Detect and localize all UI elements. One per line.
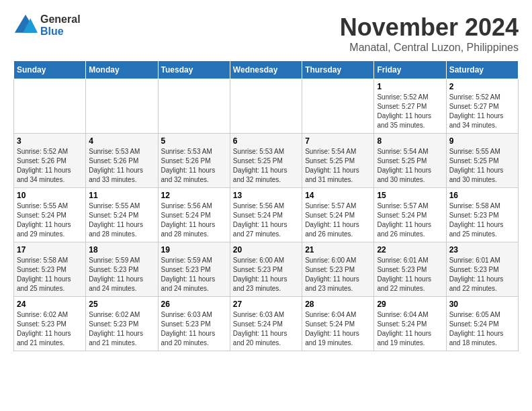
day-info: Sunrise: 5:55 AM Sunset: 5:24 PM Dayligh… [17,201,83,239]
calendar-cell: 11Sunrise: 5:55 AM Sunset: 5:24 PM Dayli… [86,188,158,242]
calendar-table: SundayMondayTuesdayWednesdayThursdayFrid… [13,60,519,351]
day-info: Sunrise: 5:57 AM Sunset: 5:24 PM Dayligh… [305,201,371,239]
day-number: 21 [305,245,371,255]
day-number: 30 [449,300,515,309]
day-number: 13 [233,191,299,200]
calendar-cell: 28Sunrise: 6:04 AM Sunset: 5:24 PM Dayli… [302,297,374,351]
logo-icon [13,13,38,38]
day-info: Sunrise: 5:54 AM Sunset: 5:25 PM Dayligh… [377,147,443,185]
location-title: Manatal, Central Luzon, Philippines [340,42,519,54]
calendar-cell: 13Sunrise: 5:56 AM Sunset: 5:24 PM Dayli… [230,188,302,242]
day-number: 5 [161,136,227,146]
calendar-week-row: 3Sunrise: 5:52 AM Sunset: 5:26 PM Daylig… [14,134,519,188]
day-number: 27 [233,300,299,309]
calendar-cell: 10Sunrise: 5:55 AM Sunset: 5:24 PM Dayli… [14,188,86,242]
day-number: 18 [89,245,154,255]
calendar-cell: 26Sunrise: 6:03 AM Sunset: 5:23 PM Dayli… [158,297,230,351]
logo-general-text: General [40,13,81,26]
day-number: 16 [449,191,515,200]
calendar-cell: 3Sunrise: 5:52 AM Sunset: 5:26 PM Daylig… [14,134,86,188]
calendar-cell: 5Sunrise: 5:53 AM Sunset: 5:26 PM Daylig… [158,134,230,188]
day-number: 11 [89,191,154,200]
calendar-cell [158,79,230,134]
calendar-cell: 18Sunrise: 5:59 AM Sunset: 5:23 PM Dayli… [86,242,158,297]
day-info: Sunrise: 6:05 AM Sunset: 5:24 PM Dayligh… [449,310,515,348]
day-info: Sunrise: 6:00 AM Sunset: 5:23 PM Dayligh… [305,256,371,293]
calendar-cell: 25Sunrise: 6:02 AM Sunset: 5:23 PM Dayli… [86,297,158,351]
calendar-cell: 21Sunrise: 6:00 AM Sunset: 5:23 PM Dayli… [302,242,374,297]
weekday-header: Monday [86,61,158,79]
calendar-cell: 8Sunrise: 5:54 AM Sunset: 5:25 PM Daylig… [374,134,446,188]
day-number: 25 [89,300,154,309]
day-info: Sunrise: 6:03 AM Sunset: 5:24 PM Dayligh… [233,310,299,348]
day-info: Sunrise: 6:02 AM Sunset: 5:23 PM Dayligh… [89,310,154,348]
day-number: 3 [17,136,83,146]
day-info: Sunrise: 6:01 AM Sunset: 5:23 PM Dayligh… [449,256,515,293]
calendar-week-row: 10Sunrise: 5:55 AM Sunset: 5:24 PM Dayli… [14,188,519,242]
day-info: Sunrise: 5:57 AM Sunset: 5:24 PM Dayligh… [377,201,443,239]
calendar-cell: 15Sunrise: 5:57 AM Sunset: 5:24 PM Dayli… [374,188,446,242]
weekday-header: Tuesday [158,61,230,79]
day-info: Sunrise: 5:53 AM Sunset: 5:26 PM Dayligh… [161,147,227,185]
weekday-header: Friday [374,61,446,79]
day-number: 19 [161,245,227,255]
calendar-header-row: SundayMondayTuesdayWednesdayThursdayFrid… [14,61,519,79]
day-number: 9 [449,136,515,146]
weekday-header: Saturday [446,61,518,79]
weekday-header: Wednesday [230,61,302,79]
day-info: Sunrise: 5:56 AM Sunset: 5:24 PM Dayligh… [233,201,299,239]
day-info: Sunrise: 5:54 AM Sunset: 5:25 PM Dayligh… [305,147,371,185]
weekday-header: Thursday [302,61,374,79]
day-info: Sunrise: 5:52 AM Sunset: 5:26 PM Dayligh… [17,147,83,185]
calendar-cell [14,79,86,134]
calendar-cell: 24Sunrise: 6:02 AM Sunset: 5:23 PM Dayli… [14,297,86,351]
day-info: Sunrise: 5:58 AM Sunset: 5:23 PM Dayligh… [449,201,515,239]
day-info: Sunrise: 6:03 AM Sunset: 5:23 PM Dayligh… [161,310,227,348]
calendar-cell: 7Sunrise: 5:54 AM Sunset: 5:25 PM Daylig… [302,134,374,188]
calendar-cell: 17Sunrise: 5:58 AM Sunset: 5:23 PM Dayli… [14,242,86,297]
month-title: November 2024 [340,13,519,42]
calendar-cell: 12Sunrise: 5:56 AM Sunset: 5:24 PM Dayli… [158,188,230,242]
calendar-cell: 22Sunrise: 6:01 AM Sunset: 5:23 PM Dayli… [374,242,446,297]
calendar-cell: 23Sunrise: 6:01 AM Sunset: 5:23 PM Dayli… [446,242,518,297]
calendar-cell [302,79,374,134]
calendar-cell: 1Sunrise: 5:52 AM Sunset: 5:27 PM Daylig… [374,79,446,134]
day-info: Sunrise: 5:59 AM Sunset: 5:23 PM Dayligh… [89,256,154,293]
day-number: 28 [305,300,371,309]
calendar-cell: 27Sunrise: 6:03 AM Sunset: 5:24 PM Dayli… [230,297,302,351]
day-info: Sunrise: 6:00 AM Sunset: 5:23 PM Dayligh… [233,256,299,293]
calendar-cell: 4Sunrise: 5:53 AM Sunset: 5:26 PM Daylig… [86,134,158,188]
day-info: Sunrise: 5:55 AM Sunset: 5:24 PM Dayligh… [89,201,154,239]
calendar-cell: 30Sunrise: 6:05 AM Sunset: 5:24 PM Dayli… [446,297,518,351]
day-info: Sunrise: 6:04 AM Sunset: 5:24 PM Dayligh… [305,310,371,348]
logo: General Blue [13,13,81,38]
day-info: Sunrise: 6:04 AM Sunset: 5:24 PM Dayligh… [377,310,443,348]
logo-blue-text: Blue [40,26,81,38]
day-number: 2 [449,82,515,91]
day-number: 23 [449,245,515,255]
calendar-week-row: 24Sunrise: 6:02 AM Sunset: 5:23 PM Dayli… [14,297,519,351]
day-info: Sunrise: 6:02 AM Sunset: 5:23 PM Dayligh… [17,310,83,348]
calendar-cell: 19Sunrise: 5:59 AM Sunset: 5:23 PM Dayli… [158,242,230,297]
day-number: 6 [233,136,299,146]
day-info: Sunrise: 5:52 AM Sunset: 5:27 PM Dayligh… [377,93,443,130]
day-info: Sunrise: 6:01 AM Sunset: 5:23 PM Dayligh… [377,256,443,293]
day-number: 26 [161,300,227,309]
calendar-cell: 20Sunrise: 6:00 AM Sunset: 5:23 PM Dayli… [230,242,302,297]
day-number: 29 [377,300,443,309]
calendar-cell [230,79,302,134]
page-header: General Blue November 2024 Manatal, Cent… [13,13,519,54]
calendar-cell [86,79,158,134]
day-info: Sunrise: 5:56 AM Sunset: 5:24 PM Dayligh… [161,201,227,239]
calendar-cell: 14Sunrise: 5:57 AM Sunset: 5:24 PM Dayli… [302,188,374,242]
day-info: Sunrise: 5:58 AM Sunset: 5:23 PM Dayligh… [17,256,83,293]
title-section: November 2024 Manatal, Central Luzon, Ph… [340,13,519,54]
day-number: 12 [161,191,227,200]
day-info: Sunrise: 5:55 AM Sunset: 5:25 PM Dayligh… [449,147,515,185]
weekday-header: Sunday [14,61,86,79]
day-number: 7 [305,136,371,146]
calendar-cell: 2Sunrise: 5:52 AM Sunset: 5:27 PM Daylig… [446,79,518,134]
day-number: 1 [377,82,443,91]
day-number: 10 [17,191,83,200]
day-number: 17 [17,245,83,255]
